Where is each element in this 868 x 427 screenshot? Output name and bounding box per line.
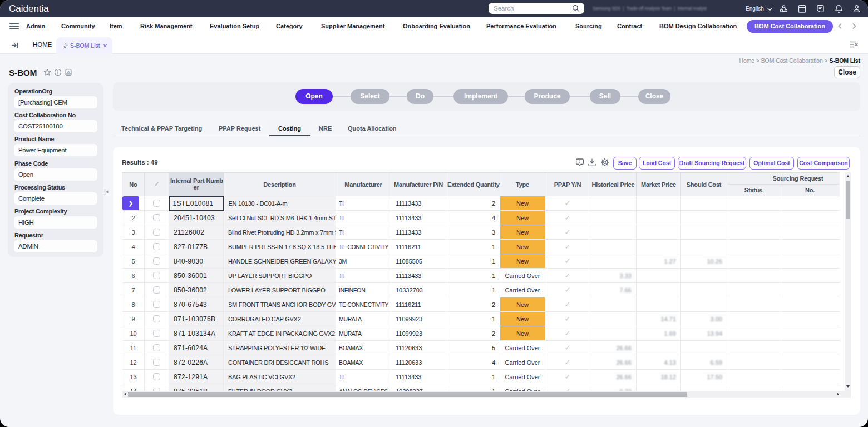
- svg-text:A: A: [67, 69, 70, 73]
